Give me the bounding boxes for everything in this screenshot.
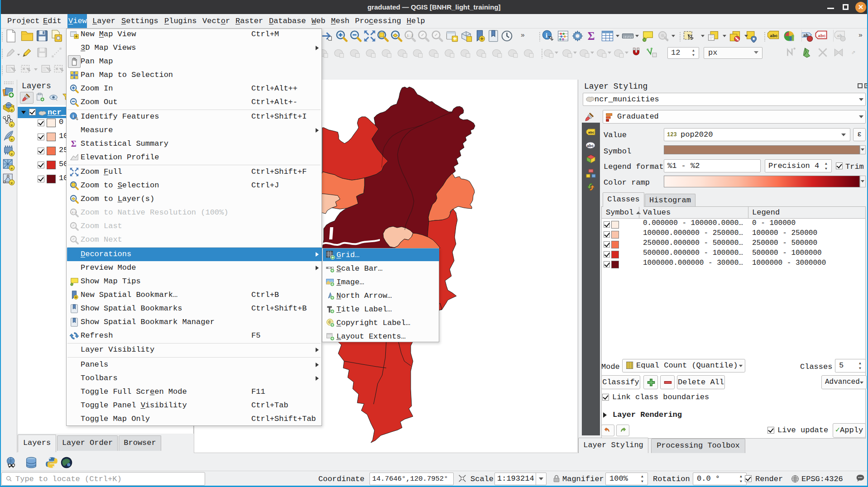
svg-text:abc: abc: [587, 144, 594, 148]
svg-text:Σ: Σ: [588, 30, 595, 42]
svg-text:i: i: [72, 113, 74, 119]
svg-text:✳: ✳: [10, 166, 13, 171]
svg-text:i: i: [546, 32, 547, 39]
svg-text:✳: ✳: [10, 107, 13, 114]
svg-text:✳: ✳: [10, 137, 13, 142]
svg-text:✳: ✳: [10, 151, 13, 157]
svg-text:abc: abc: [818, 33, 826, 38]
svg-text:✳: ✳: [10, 180, 13, 186]
svg-text:1:1: 1:1: [407, 33, 413, 38]
svg-text:abc: abc: [770, 33, 778, 38]
svg-text:✳: ✳: [10, 122, 13, 128]
svg-text:1:1: 1:1: [72, 211, 77, 214]
svg-text:abc: abc: [588, 131, 595, 134]
svg-text:Σ: Σ: [71, 139, 77, 148]
